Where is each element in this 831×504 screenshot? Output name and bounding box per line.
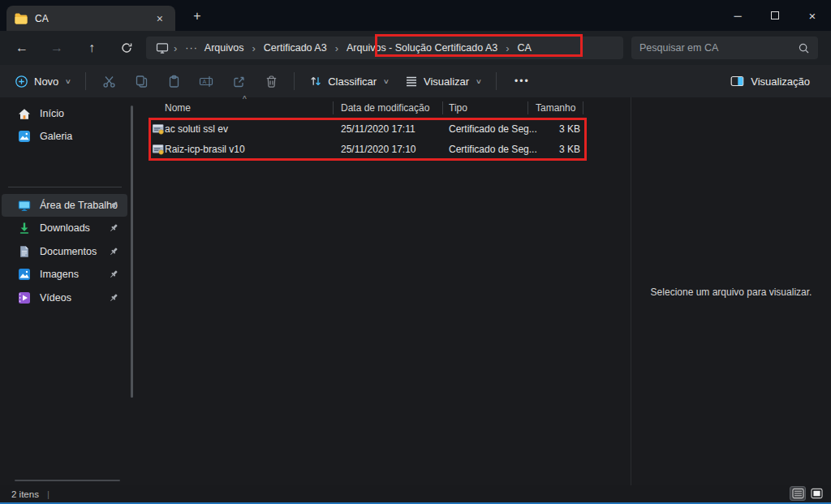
refresh-button[interactable] — [113, 41, 140, 54]
copy-button[interactable] — [125, 69, 157, 93]
tab-close-icon[interactable]: × — [153, 11, 167, 26]
file-modified-date: 25/11/2020 17:11 — [341, 123, 416, 135]
sidebar-item-galeria[interactable]: Galeria — [2, 125, 127, 148]
up-button[interactable]: ↑ — [78, 41, 105, 55]
sort-arrows-icon — [309, 75, 322, 88]
pin-icon — [108, 222, 119, 234]
pin-icon — [108, 292, 119, 304]
column-separator[interactable] — [333, 101, 334, 114]
file-name: Raiz-icp-brasil v10 — [165, 144, 245, 155]
toolbar-divider — [85, 72, 86, 90]
sidebar-item-label: Vídeos — [40, 292, 71, 304]
toolbar-divider — [294, 72, 295, 90]
sidebar-item-documentos[interactable]: Documentos — [2, 240, 127, 263]
sidebar-item-inicio[interactable]: Início — [2, 102, 127, 125]
breadcrumb: › ··· Arquivos › Certificado A3 › Arquiv… — [146, 37, 623, 59]
preview-toggle-label: Visualização — [751, 75, 810, 88]
view-button[interactable]: Visualizar ∨ — [397, 70, 489, 93]
column-separator[interactable] — [583, 101, 583, 114]
pin-icon — [108, 200, 119, 211]
chevron-down-icon: ∨ — [476, 78, 482, 85]
delete-button[interactable] — [255, 69, 287, 93]
folder-icon — [15, 13, 28, 24]
status-separator: | — [47, 489, 50, 499]
sort-ascending-caret-icon: ^ — [243, 95, 247, 104]
breadcrumb-item-solucao[interactable]: Arquivos - Solução Certificado A3 — [343, 42, 501, 54]
sidebar-item-area-de-trabalho[interactable]: Área de Trabalho — [2, 194, 127, 217]
maximize-button[interactable] — [756, 0, 794, 31]
pin-icon — [108, 246, 119, 257]
file-type: Certificado de Seg... — [449, 123, 537, 135]
file-row-ac-soluti[interactable]: ac soluti ssl ev 25/11/2020 17:11 Certif… — [134, 119, 587, 140]
breadcrumb-ellipsis[interactable]: ··· — [182, 42, 201, 54]
window-controls: ─ × — [719, 0, 831, 31]
new-tab-button[interactable]: + — [187, 6, 208, 26]
breadcrumb-separator: › — [169, 42, 182, 54]
breadcrumb-item-ca[interactable]: CA — [515, 42, 535, 54]
tab-ca[interactable]: CA × — [6, 6, 175, 31]
search-input[interactable] — [639, 42, 798, 54]
sidebar-item-label: Início — [40, 108, 64, 119]
rename-button[interactable]: A — [190, 69, 222, 93]
sidebar-separator — [8, 187, 122, 187]
close-button[interactable]: × — [794, 0, 831, 31]
search-box[interactable] — [631, 37, 818, 59]
sidebar: Início Galeria — [0, 97, 134, 485]
sidebar-item-downloads[interactable]: Downloads — [2, 217, 127, 239]
share-button[interactable] — [222, 69, 255, 93]
new-button[interactable]: Novo ∨ — [6, 70, 79, 93]
column-header-nome[interactable]: Nome — [165, 102, 191, 114]
status-bar: 2 itens | — [0, 485, 831, 502]
breadcrumb-separator: › — [501, 42, 514, 54]
desktop-blue-icon — [18, 199, 31, 212]
preview-pane-message: Selecione um arquivo para visualizar. — [631, 286, 831, 298]
breadcrumb-item-certificado-a3[interactable]: Certificado A3 — [260, 42, 330, 54]
svg-text:A: A — [203, 79, 207, 84]
sidebar-item-label: Downloads — [40, 222, 90, 234]
sort-button[interactable]: Classificar ∨ — [301, 70, 397, 93]
column-separator[interactable] — [442, 101, 443, 114]
sidebar-item-label: Área de Trabalho — [40, 200, 118, 211]
column-header-tamanho[interactable]: Tamanho — [536, 102, 575, 114]
sidebar-item-label: Galeria — [40, 131, 72, 142]
back-button[interactable]: ← — [8, 41, 36, 55]
paste-button[interactable] — [157, 69, 190, 93]
sidebar-scrollbar-horizontal[interactable] — [15, 480, 120, 481]
document-icon — [18, 245, 31, 258]
minimize-button[interactable]: ─ — [719, 0, 756, 31]
gallery-icon — [18, 130, 31, 143]
column-header-data[interactable]: Data de modificação — [341, 102, 429, 114]
file-row-raiz-icp[interactable]: Raiz-icp-brasil v10 25/11/2020 17:10 Cer… — [134, 140, 587, 160]
new-button-label: Novo — [34, 75, 58, 88]
more-options-button[interactable]: ••• — [503, 71, 541, 92]
breadcrumb-item-arquivos[interactable]: Arquivos — [201, 42, 248, 54]
file-list: ^ Nome Data de modificação Tipo Tamanho — [134, 97, 631, 485]
pictures-icon — [18, 268, 31, 281]
forward-button[interactable]: → — [43, 41, 71, 55]
sidebar-scrollbar-vertical[interactable] — [131, 106, 133, 398]
maximize-icon — [771, 11, 779, 19]
chevron-down-icon: ∨ — [383, 78, 390, 85]
item-count: 2 itens — [11, 489, 39, 499]
sidebar-item-label: Imagens — [40, 269, 79, 280]
sidebar-item-videos[interactable]: Vídeos — [2, 286, 127, 309]
file-size: 3 KB — [527, 144, 580, 155]
details-view-button[interactable] — [790, 486, 806, 501]
cut-button[interactable] — [93, 69, 125, 93]
file-explorer-window: CA × + ─ × ← → ↑ › ··· Arquivos — [0, 0, 831, 504]
download-icon — [18, 222, 31, 235]
file-type: Certificado de Seg... — [449, 144, 537, 155]
breadcrumb-separator: › — [247, 42, 260, 54]
preview-pane-toggle-button[interactable]: Visualização — [721, 70, 820, 93]
large-thumbnails-view-button[interactable] — [808, 486, 825, 501]
column-header-tipo[interactable]: Tipo — [449, 102, 467, 114]
view-button-label: Visualizar — [424, 75, 469, 88]
circle-plus-icon — [15, 75, 28, 88]
sidebar-item-imagens[interactable]: Imagens — [2, 263, 127, 286]
videos-icon — [18, 291, 31, 304]
sidebar-item-label: Documentos — [40, 246, 97, 257]
file-size: 3 KB — [527, 123, 580, 135]
column-separator[interactable] — [527, 101, 528, 114]
certificate-icon — [152, 123, 165, 136]
column-header-row: ^ Nome Data de modificação Tipo Tamanho — [134, 99, 631, 117]
